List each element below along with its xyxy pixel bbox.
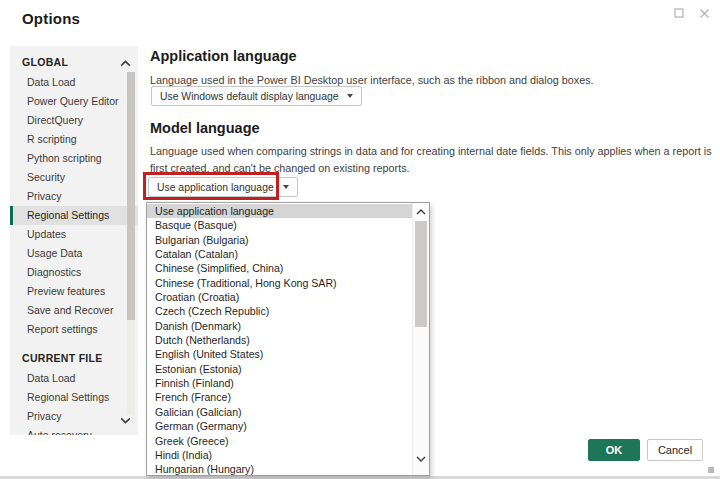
language-dropdown-list: Use application languageBasque (Basque)B… — [146, 202, 430, 476]
ok-button[interactable]: OK — [588, 439, 640, 461]
sidebar-scroll-up-button[interactable] — [118, 58, 132, 68]
chevron-up-icon — [120, 60, 131, 67]
chevron-up-icon — [416, 209, 426, 215]
sidebar-item[interactable]: Updates — [10, 225, 138, 244]
application-language-dropdown-value: Use Windows default display language — [160, 91, 338, 102]
sidebar-item[interactable]: Auto recovery — [10, 426, 138, 435]
language-option[interactable]: Danish (Denmark) — [147, 319, 413, 333]
sidebar-item[interactable]: Power Query Editor — [10, 92, 138, 111]
application-language-heading: Application language — [150, 48, 297, 64]
language-options: Use application languageBasque (Basque)B… — [147, 204, 413, 476]
options-dialog: Options GLOBAL Data LoadPower Query Edit… — [0, 0, 720, 479]
maximize-icon — [674, 8, 684, 18]
close-icon — [699, 8, 710, 19]
sidebar-scrollbar-thumb[interactable] — [127, 72, 135, 320]
sidebar-item[interactable]: Data Load — [10, 369, 138, 388]
language-option[interactable]: English (United States) — [147, 347, 413, 361]
model-language-description: Language used when comparing strings in … — [150, 143, 718, 177]
dialog-title: Options — [22, 10, 80, 27]
language-option[interactable]: Hindi (India) — [147, 448, 413, 462]
chevron-down-icon — [283, 185, 289, 189]
language-option[interactable]: Hungarian (Hungary) — [147, 462, 413, 476]
model-language-dropdown[interactable]: Use application language — [148, 177, 298, 197]
language-option[interactable]: Croatian (Croatia) — [147, 290, 413, 304]
sidebar-item[interactable]: Regional Settings — [10, 206, 138, 225]
sidebar-item[interactable]: DirectQuery — [10, 111, 138, 130]
sidebar-item[interactable]: Usage Data — [10, 244, 138, 263]
language-option[interactable]: Estonian (Estonia) — [147, 362, 413, 376]
sidebar-item[interactable]: Report settings — [10, 320, 138, 339]
sidebar-item[interactable]: Diagnostics — [10, 263, 138, 282]
language-option[interactable]: Bulgarian (Bulgaria) — [147, 233, 413, 247]
sidebar-item[interactable]: R scripting — [10, 130, 138, 149]
language-option[interactable]: Catalan (Catalan) — [147, 247, 413, 261]
close-button[interactable] — [698, 7, 710, 19]
language-option[interactable]: Dutch (Netherlands) — [147, 333, 413, 347]
language-option[interactable]: Galician (Galician) — [147, 405, 413, 419]
language-option[interactable]: Czech (Czech Republic) — [147, 304, 413, 318]
language-option[interactable]: German (Germany) — [147, 419, 413, 433]
sidebar-item[interactable]: Save and Recover — [10, 301, 138, 320]
language-option[interactable]: French (France) — [147, 390, 413, 404]
sidebar-global-list: Data LoadPower Query EditorDirectQueryR … — [10, 73, 138, 339]
cancel-button[interactable]: Cancel — [647, 439, 703, 461]
language-option[interactable]: Finnish (Finland) — [147, 376, 413, 390]
sidebar-scrollbar-track[interactable] — [127, 72, 135, 424]
list-scroll-up-button[interactable] — [413, 204, 429, 220]
list-scroll-down-button[interactable] — [413, 451, 429, 467]
language-option[interactable]: Basque (Basque) — [147, 218, 413, 232]
sidebar-item[interactable]: Privacy — [10, 187, 138, 206]
language-option[interactable]: Chinese (Simplified, China) — [147, 261, 413, 275]
sidebar: GLOBAL Data LoadPower Query EditorDirect… — [10, 46, 138, 435]
sidebar-item[interactable]: Security — [10, 168, 138, 187]
sidebar-section-current-file-header: CURRENT FILE — [10, 347, 138, 369]
resize-grip[interactable] — [708, 467, 714, 473]
sidebar-current-file-list: Data LoadRegional SettingsPrivacyAuto re… — [10, 369, 138, 435]
application-language-dropdown[interactable]: Use Windows default display language — [151, 86, 362, 106]
sidebar-item[interactable]: Data Load — [10, 73, 138, 92]
list-scrollbar-thumb[interactable] — [415, 221, 427, 327]
maximize-button[interactable] — [673, 7, 685, 19]
sidebar-item[interactable]: Python scripting — [10, 149, 138, 168]
chevron-down-icon — [416, 456, 426, 462]
sidebar-item[interactable]: Preview features — [10, 282, 138, 301]
window-controls — [673, 7, 710, 19]
model-language-heading: Model language — [150, 120, 260, 136]
chevron-down-icon — [120, 417, 131, 424]
language-option[interactable]: Use application language — [147, 204, 413, 218]
model-language-dropdown-value: Use application language — [157, 182, 274, 193]
sidebar-scroll-down-button[interactable] — [118, 415, 132, 425]
chevron-down-icon — [347, 94, 353, 98]
language-option[interactable]: Greek (Greece) — [147, 434, 413, 448]
list-scrollbar[interactable] — [412, 203, 429, 475]
sidebar-item[interactable]: Regional Settings — [10, 388, 138, 407]
language-option[interactable]: Chinese (Traditional, Hong Kong SAR) — [147, 276, 413, 290]
